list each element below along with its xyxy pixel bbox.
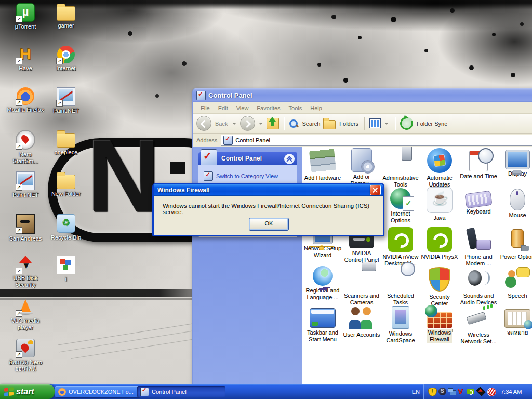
start-button-label: start xyxy=(16,387,34,396)
up-folder-icon[interactable] xyxy=(267,118,279,129)
usb-disk-security-tray-icon[interactable] xyxy=(476,387,485,396)
folder-sync-label[interactable]: Folder Sync xyxy=(417,121,447,127)
forward-button-icon[interactable] xyxy=(240,116,255,131)
cp-item-display[interactable]: Display xyxy=(498,148,532,177)
cp-item-wireless[interactable]: WirelessNetwork Set... xyxy=(459,305,498,345)
cp-item-sounds-and[interactable]: Sounds andAudio Devices xyxy=(459,266,498,306)
clock[interactable]: 7:34 AM xyxy=(501,389,522,395)
desktop-icon-mozilla-firefox[interactable]: Mozilla Firefox xyxy=(5,87,46,113)
desktop-icon-paint-net[interactable]: Paint.NET xyxy=(5,171,46,198)
chevron-up-icon[interactable] xyxy=(284,154,295,164)
cp-item-nvidia-nview[interactable]: NVIDIA nViewDesktop M... xyxy=(381,227,420,267)
desktop-icon-paint-net[interactable]: Paint.NET xyxy=(46,87,86,114)
cp-item-label: Scanners andCameras xyxy=(342,292,381,306)
cp-item-keyboard[interactable]: Keyboard xyxy=(459,187,498,215)
desktop-icon-nero[interactable]: NeroStartSm... xyxy=(5,130,46,165)
cp-item-date-and-time[interactable]: Date and Time xyxy=(459,148,498,180)
control-panel-window: Control Panel FileEditViewFavoritesTools… xyxy=(192,88,532,385)
desktop-icon-san-andreas[interactable]: San Andreas xyxy=(5,214,46,242)
red-v-antivirus-tray-icon[interactable] xyxy=(457,388,465,395)
menu-tools[interactable]: Tools xyxy=(285,105,307,111)
cp-item-windows[interactable]: WindowsCardSpace xyxy=(381,305,420,344)
search-button-label[interactable]: Search xyxy=(302,121,320,127)
cp-item-label: Power Option xyxy=(498,254,532,260)
cp-item-java[interactable]: Java xyxy=(420,187,459,221)
cp-item-speech[interactable]: Speech xyxy=(498,266,532,299)
menu-favorites[interactable]: Favorites xyxy=(252,105,284,111)
cp-item-regional-and[interactable]: Regional andLanguage ... xyxy=(303,266,342,301)
folder-sync-icon[interactable] xyxy=(398,115,415,131)
network-computers-tray-icon[interactable] xyxy=(448,388,456,395)
cp-item-administrative[interactable]: AdministrativeTools xyxy=(381,148,420,188)
red-pinwheel-antivirus-tray-icon[interactable] xyxy=(487,388,496,396)
switch-to-category-view-link[interactable]: Switch to Category View xyxy=(204,171,297,181)
forward-dropdown-caret[interactable] xyxy=(259,123,263,125)
back-button-icon[interactable] xyxy=(196,116,211,131)
cp-item-windows[interactable]: WindowsFirewall xyxy=(420,305,459,343)
cp-item-scanners-and[interactable]: Scanners andCameras xyxy=(342,266,381,306)
paintnet-icon xyxy=(16,171,35,190)
back-button-label[interactable]: Back xyxy=(215,121,228,127)
desktop-icon-label: VLC mediaplayer xyxy=(5,317,46,331)
security-alert-shield-tray-icon[interactable] xyxy=(428,388,437,396)
desktop-icon-onepiece[interactable]: onepiece xyxy=(46,130,86,156)
desktop-icon-vlc-media[interactable]: VLC mediaplayer xyxy=(5,298,46,331)
window-titlebar[interactable]: Control Panel xyxy=(193,88,532,102)
folders-icon[interactable] xyxy=(323,120,336,129)
cp-item-add-or[interactable]: Add orRemov... xyxy=(342,148,381,187)
menu-edit[interactable]: Edit xyxy=(214,105,232,111)
ok-button[interactable]: OK xyxy=(249,218,289,231)
cpanel-icon xyxy=(140,388,149,396)
shortcut-arrow-icon xyxy=(16,351,22,358)
address-label: Address xyxy=(196,137,217,143)
cp-item-item[interactable]: จดหมาย xyxy=(498,305,532,336)
menu-help[interactable]: Help xyxy=(306,105,326,111)
cp-item-scheduled[interactable]: ScheduledTasks xyxy=(381,266,420,306)
desktop-icon-recycle-bin[interactable]: Recycle Bin xyxy=(46,214,86,241)
cp-item-power-option[interactable]: Power Option xyxy=(498,227,532,260)
nvidia-tray-icon[interactable] xyxy=(467,389,474,394)
cp-item-nvidia-physx[interactable]: NVIDIA PhysX xyxy=(420,227,459,260)
dialog-titlebar[interactable]: Windows Firewall xyxy=(154,184,383,196)
task-box-header[interactable]: Control Panel xyxy=(198,152,297,165)
desktop-icon-internet[interactable]: Internet xyxy=(46,46,86,72)
desktop-icon-new-folder[interactable]: New Folder xyxy=(46,171,86,197)
address-bar: Address Control Panel xyxy=(193,134,532,147)
views-icon[interactable] xyxy=(369,118,381,128)
desktop-icon-gamer[interactable]: gamer xyxy=(46,3,86,29)
views-dropdown-caret[interactable] xyxy=(384,123,389,125)
search-icon[interactable] xyxy=(289,119,298,128)
taskbar-task-overclockzone-fo[interactable]: OVERCLOCKZONE Fo... xyxy=(55,386,140,397)
cp-item-mouse[interactable]: Mouse xyxy=(498,187,532,219)
desktop-icon-nero[interactable]: อัพเกรด Neroออนไลน์ xyxy=(5,339,46,373)
users-icon xyxy=(349,305,374,330)
cp-item-automatic[interactable]: AutomaticUpdates xyxy=(420,148,459,188)
desktop-icon-have[interactable]: Have xyxy=(5,46,46,72)
address-input[interactable]: Control Panel xyxy=(221,135,532,146)
desktop-icon-i[interactable]: i xyxy=(46,256,86,283)
menu-file[interactable]: File xyxy=(196,105,214,111)
cp-item-taskbar-and[interactable]: Taskbar andStart Menu xyxy=(303,305,342,343)
desktop: µTorrentgamerHaveInternetMozilla Firefox… xyxy=(0,0,532,399)
folders-button-label[interactable]: Folders xyxy=(339,121,358,127)
cp-item-phone-and[interactable]: Phone andModem ... xyxy=(459,227,498,267)
language-indicator[interactable]: EN xyxy=(408,384,424,399)
inetopt-icon xyxy=(390,188,411,209)
taskbar-task-control-panel[interactable]: Control Panel xyxy=(137,386,225,397)
have-icon xyxy=(17,46,34,63)
cp-item-user-accounts[interactable]: User Accounts xyxy=(342,305,381,338)
desktop-icon-torrent[interactable]: µTorrent xyxy=(5,3,46,30)
cp-item-internet[interactable]: InternetOptions xyxy=(381,187,420,224)
nvidia-icon xyxy=(388,227,413,252)
cp-item-security[interactable]: SecurityCenter xyxy=(420,266,459,307)
desktop-icon-usb-disk[interactable]: USB DiskSecurity xyxy=(5,256,46,288)
utorrent-icon xyxy=(16,3,35,22)
close-icon[interactable] xyxy=(370,185,381,195)
back-dropdown-caret[interactable] xyxy=(232,123,236,125)
start-button[interactable]: start xyxy=(0,384,55,399)
cp-item-label: Keyboard xyxy=(459,208,498,215)
menu-view[interactable]: View xyxy=(232,105,253,111)
power-icon xyxy=(505,227,530,252)
s-emblem-tray-icon[interactable] xyxy=(438,388,446,395)
cp-item-add-hardware[interactable]: Add Hardware xyxy=(303,148,342,181)
